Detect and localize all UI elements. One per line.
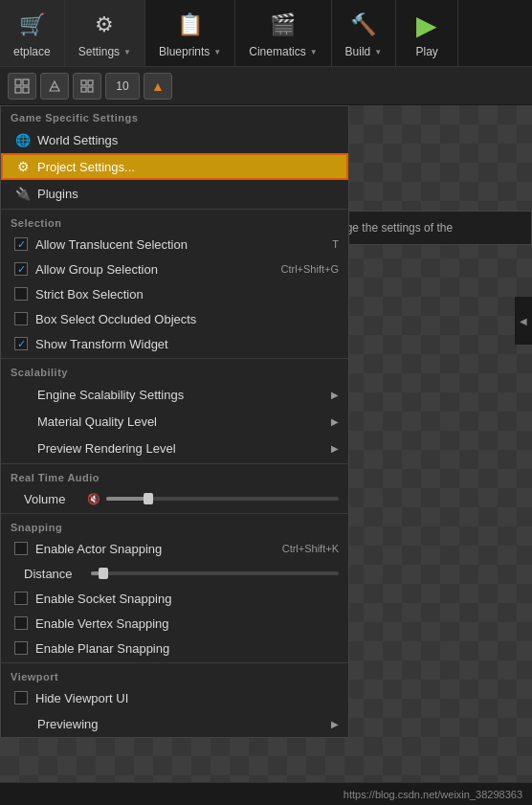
enable-actor-snapping-checkbox[interactable] [14, 542, 28, 555]
play-label: Play [416, 45, 438, 58]
build-label: Build [345, 45, 371, 58]
enable-vertex-snapping-item[interactable]: Enable Vertex Snapping [1, 611, 348, 636]
enable-vertex-snapping-checkbox[interactable] [14, 616, 28, 630]
enable-socket-snapping-item[interactable]: Enable Socket Snapping [1, 586, 348, 611]
volume-slider-fill [106, 497, 148, 501]
project-settings-item[interactable]: ⚙ Project Settings... [1, 153, 348, 180]
volume-icon: 🔇 [87, 493, 100, 505]
selection-section-title: Selection [1, 212, 348, 232]
viewport-section-title: Viewport [1, 665, 348, 685]
plugins-label: Plugins [37, 187, 339, 201]
cinematics-icon: 🎬 [266, 8, 300, 42]
settings-icon: ⚙ [87, 8, 122, 42]
main-toolbar: 🛒 etplace ⚙ Settings ▼ 📋 Blueprints ▼ 🎬 … [0, 0, 532, 67]
settings-dropdown: Game Specific Settings 🌐 World Settings … [0, 105, 349, 738]
allow-group-label: Allow Group Selection [35, 262, 271, 277]
secondary-toolbar: 10 ▲ [0, 67, 532, 105]
allow-group-checkbox[interactable]: ✓ [14, 262, 28, 276]
volume-slider-thumb[interactable] [144, 493, 153, 504]
triangle-button[interactable]: ▲ [144, 73, 172, 100]
distance-slider[interactable] [91, 571, 339, 575]
plugins-icon: 🔌 [14, 185, 32, 202]
enable-planar-snapping-item[interactable]: Enable Planar Snapping [1, 636, 348, 660]
right-panel-arrow-icon: ◀ [520, 316, 527, 326]
material-quality-arrow-icon: ▶ [331, 416, 339, 427]
svg-rect-1 [23, 79, 29, 85]
engine-scalability-item[interactable]: Engine Scalability Settings ▶ [1, 381, 348, 408]
snap-icon [79, 78, 95, 94]
marketplace-icon: 🛒 [14, 8, 49, 42]
distance-slider-thumb[interactable] [99, 568, 108, 579]
svg-rect-7 [88, 80, 93, 85]
allow-translucent-item[interactable]: ✓ Allow Translucent Selection T [1, 232, 348, 257]
world-settings-label: World Settings [37, 133, 339, 147]
blueprints-icon: 📋 [173, 8, 208, 42]
volume-row: Volume 🔇 [1, 486, 348, 511]
previewing-spacer [14, 715, 32, 732]
perspective-button[interactable] [40, 73, 69, 100]
world-settings-icon: 🌐 [14, 131, 32, 148]
perspective-icon [47, 78, 62, 94]
material-quality-label: Material Quality Level [37, 414, 325, 429]
toolbar-marketplace[interactable]: 🛒 etplace [0, 0, 65, 66]
scalability-section-title: Scalability [1, 361, 348, 381]
distance-row: Distance [1, 561, 348, 586]
strict-box-item[interactable]: Strict Box Selection [1, 281, 348, 306]
toolbar-blueprints[interactable]: 📋 Blueprints ▼ [145, 0, 235, 66]
status-url: https://blog.csdn.net/weixin_38298363 [344, 789, 522, 800]
svg-rect-8 [81, 87, 86, 92]
show-transform-item[interactable]: ✓ Show Transform Widget [1, 331, 348, 356]
volume-slider[interactable] [106, 497, 339, 501]
box-select-item[interactable]: Box Select Occluded Objects [1, 306, 348, 331]
grid-icon [14, 78, 30, 94]
toolbar-build[interactable]: 🔨 Build ▼ [332, 0, 397, 66]
hide-viewport-label: Hide Viewport UI [35, 691, 339, 705]
project-settings-label: Project Settings... [37, 160, 339, 174]
toolbar-settings[interactable]: ⚙ Settings ▼ [65, 0, 145, 66]
allow-translucent-checkbox[interactable]: ✓ [14, 237, 28, 251]
volume-label: Volume [24, 492, 81, 506]
enable-actor-snapping-item[interactable]: Enable Actor Snapping Ctrl+Shift+K [1, 536, 348, 561]
svg-rect-9 [88, 87, 93, 92]
svg-marker-4 [50, 81, 59, 91]
blueprints-arrow-icon: ▼ [213, 48, 221, 56]
svg-rect-0 [15, 79, 21, 85]
engine-scalability-spacer [14, 386, 32, 403]
enable-socket-snapping-checkbox[interactable] [14, 592, 28, 605]
hide-viewport-item[interactable]: Hide Viewport UI [1, 685, 348, 710]
enable-planar-snapping-label: Enable Planar Snapping [35, 641, 339, 656]
show-transform-label: Show Transform Widget [35, 337, 339, 351]
hide-viewport-checkbox[interactable] [14, 691, 28, 704]
realtime-audio-section-title: Real Time Audio [1, 466, 348, 486]
svg-rect-3 [23, 87, 29, 93]
material-quality-item[interactable]: Material Quality Level ▶ [1, 408, 348, 435]
allow-translucent-label: Allow Translucent Selection [35, 237, 322, 252]
enable-planar-snapping-checkbox[interactable] [14, 641, 28, 655]
svg-rect-2 [15, 87, 21, 93]
show-transform-checkbox[interactable]: ✓ [14, 337, 28, 350]
toolbar-play[interactable]: ▶ Play [396, 0, 458, 66]
previewing-arrow-icon: ▶ [331, 719, 339, 729]
viewport-area: Change the settings of the ▶ ◀ Game Spec… [0, 105, 532, 805]
preview-rendering-item[interactable]: Preview Rendering Level ▶ [1, 435, 348, 461]
allow-group-item[interactable]: ✓ Allow Group Selection Ctrl+Shift+G [1, 257, 348, 281]
previewing-item[interactable]: Previewing ▶ [1, 710, 348, 737]
snap-button[interactable] [73, 73, 101, 100]
plugins-item[interactable]: 🔌 Plugins [1, 180, 348, 207]
distance-label: Distance [24, 567, 81, 581]
allow-translucent-shortcut: T [332, 238, 339, 250]
divider-2 [1, 358, 348, 359]
box-select-checkbox[interactable] [14, 312, 28, 325]
cinematics-label: Cinematics [249, 45, 305, 58]
game-specific-section-title: Game Specific Settings [1, 106, 348, 126]
grid-view-button[interactable] [8, 73, 36, 100]
svg-rect-6 [81, 80, 86, 85]
level-number: 10 [105, 73, 140, 100]
world-settings-item[interactable]: 🌐 World Settings [1, 126, 348, 153]
settings-arrow-icon: ▼ [123, 48, 131, 56]
strict-box-checkbox[interactable] [14, 287, 28, 301]
preview-rendering-label: Preview Rendering Level [37, 441, 325, 456]
allow-group-shortcut: Ctrl+Shift+G [280, 263, 339, 275]
right-panel-toggle[interactable]: ◀ [515, 297, 532, 345]
toolbar-cinematics[interactable]: 🎬 Cinematics ▼ [235, 0, 331, 66]
